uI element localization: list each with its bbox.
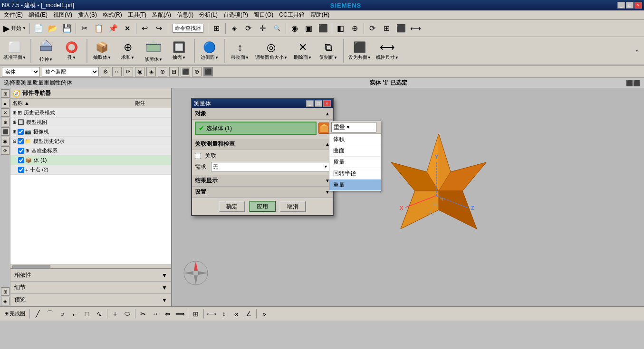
nav-item-camera[interactable]: ⊕ 📷 摄像机 (10, 127, 171, 137)
sel-btn10[interactable]: ⬛ (203, 67, 213, 76)
nav-item-model-history[interactable]: ⊖ 📁 模型历史记录 (10, 137, 171, 146)
start-button[interactable]: ▶开始▼ (2, 22, 28, 35)
dropdown-item-weight[interactable]: 重量 (329, 179, 381, 191)
feat-datum[interactable]: ⬜ 基准平面▼ (2, 38, 28, 64)
tb-btn9[interactable]: ✛ (256, 22, 269, 35)
menu-analysis[interactable]: 分析(L) (196, 10, 221, 19)
feat-shell[interactable]: 🔲 抽壳▼ (167, 38, 191, 64)
bt-finish-btn[interactable]: ⊞ 完成图 (2, 308, 28, 320)
close-button[interactable]: × (634, 2, 642, 9)
minimize-button[interactable]: _ (617, 2, 625, 9)
feat-trim[interactable]: 修剪体▼ (142, 38, 165, 64)
dialog-apply-btn[interactable]: 应用 (249, 201, 276, 212)
feat-hole[interactable]: ⭕ 孔▼ (60, 38, 84, 64)
feat-edge-blend[interactable]: 🔵 边倒圆▼ (198, 38, 221, 64)
nav-camera-check[interactable] (18, 129, 24, 135)
assembly-filter-select[interactable]: 整个装配 (42, 67, 99, 76)
delete-button[interactable]: ✕ (121, 22, 134, 35)
feat-resize-blend[interactable]: ◎ 调整圆角大小▼ (254, 38, 289, 64)
dialog-close-btn[interactable]: × (323, 100, 331, 107)
feat-move-face[interactable]: ↕ 移动面▼ (228, 38, 252, 64)
bt-dim3-btn[interactable]: ⌀ (231, 308, 242, 320)
nav-scroll-thumb[interactable] (12, 265, 50, 268)
bt-extend-btn[interactable]: ↔ (150, 308, 161, 320)
filter-select[interactable]: 实体 (2, 67, 40, 76)
nav-body-check[interactable] (18, 157, 24, 163)
nav-item-history[interactable]: ⊕ ⊞ 历史记录模式 (10, 108, 171, 118)
nav-item-datum[interactable]: ⊕ 基准坐标系 (10, 146, 171, 156)
tb-btn17[interactable]: ⊞ (380, 22, 394, 35)
panel-preview[interactable]: 预览 ▼ (10, 294, 171, 306)
panel-dependencies[interactable]: 相依性 ▼ (10, 269, 171, 282)
tb-btn19[interactable]: ⟷ (409, 22, 423, 35)
tb-btn13[interactable]: ⬛ (317, 22, 330, 35)
dropdown-item-radius[interactable]: 回转半径 (329, 168, 381, 179)
bt-rect-btn[interactable]: □ (81, 308, 93, 320)
feat-extrude[interactable]: 拉伸▼ (34, 38, 58, 64)
open-button[interactable]: 📂 (46, 22, 59, 35)
dialog-section-result[interactable]: 结果显示 ▼ (192, 175, 333, 187)
sel-btn5[interactable]: ◈ (146, 67, 156, 76)
menu-format[interactable]: 格式(R) (100, 10, 125, 19)
bt-array-btn[interactable]: ⊞ (190, 308, 202, 320)
bt-ellipse-btn[interactable]: ⬭ (122, 308, 133, 320)
tb-btn11[interactable]: ◉ (288, 22, 301, 35)
restore-button[interactable]: □ (626, 2, 634, 9)
sidebar-btn8[interactable]: ⊞ (1, 287, 10, 296)
sel-btn3[interactable]: ⟳ (124, 67, 133, 76)
nav-item-model-view[interactable]: ⊕ 🔲 模型视图 (10, 118, 171, 127)
bt-dim4-btn[interactable]: ∠ (243, 308, 254, 320)
menu-window[interactable]: 窗口(O) (251, 10, 276, 19)
feat-extract[interactable]: 📦 抽取体▼ (90, 38, 114, 64)
tb-btn12[interactable]: ▣ (302, 22, 316, 35)
bt-trim-btn[interactable]: ✂ (137, 308, 149, 320)
dropdown-item-mass[interactable]: 质量 (329, 157, 381, 168)
nav-item-body[interactable]: 📦 体 (1) (10, 156, 171, 165)
sidebar-btn2[interactable]: ▲ (1, 99, 10, 107)
bt-curve-btn[interactable]: ∿ (94, 308, 105, 320)
tb-btn18[interactable]: ⬛ (394, 22, 408, 35)
nav-point-check[interactable] (18, 167, 24, 173)
sel-btn8[interactable]: ⬛ (181, 67, 190, 76)
assoc-checkbox[interactable] (195, 153, 201, 159)
bt-line-btn[interactable]: ╱ (32, 308, 43, 320)
sidebar-btn1[interactable]: ⊞ (1, 89, 10, 98)
bt-circle-btn[interactable]: ○ (57, 308, 68, 320)
dropdown-item-surface[interactable]: 曲面 (329, 145, 381, 157)
menu-edit[interactable]: 编辑(E) (26, 10, 50, 19)
tb-btn16[interactable]: ⟳ (366, 22, 379, 35)
tb-btn15[interactable]: ⊕ (348, 22, 362, 35)
dialog-ok-btn[interactable]: 确定 (219, 201, 245, 212)
need-dropdown[interactable]: 无 ▼ (211, 162, 330, 171)
dialog-cancel-btn[interactable]: 取消 (279, 201, 306, 212)
tb-btn10[interactable]: 🔍 (270, 22, 284, 35)
nav-item-point[interactable]: + 十点 (2) (10, 165, 171, 175)
menu-info[interactable]: 信息(I) (174, 10, 196, 19)
sidebar-btn4[interactable]: ⊕ (1, 118, 10, 126)
command-finder-button[interactable]: 命令查找器 (170, 22, 206, 35)
menu-cctoolbox[interactable]: CC工具箱 (276, 10, 307, 19)
sidebar-btn3[interactable]: ✕ (1, 108, 10, 117)
menu-tools[interactable]: 工具(T) (125, 10, 149, 19)
bt-dim2-btn[interactable]: ↕ (218, 308, 230, 320)
sel-btn6[interactable]: ⊕ (158, 67, 167, 76)
feat-make-coplanar[interactable]: ⬛ 设为共面▼ (347, 38, 373, 64)
tb-btn7[interactable]: ◈ (228, 22, 241, 35)
object-selector[interactable]: ✔ 选择体 (1) (195, 122, 317, 135)
paste-button[interactable]: 📌 (106, 22, 120, 35)
feat-copy-face[interactable]: ⧉ 复制面▼ (317, 38, 340, 64)
sel-btn4[interactable]: ◉ (135, 67, 144, 76)
viewport[interactable]: Y Z X Yp Xp Zp =0.068964 N 测量体 _ □ × 对象 … (172, 88, 644, 306)
dropdown-item-volume[interactable]: 体积 (329, 134, 381, 145)
feat-more-button[interactable]: » (633, 38, 642, 64)
cut-button[interactable]: ✂ (78, 22, 91, 35)
tb-btn8[interactable]: ⟳ (242, 22, 255, 35)
bt-dim1-btn[interactable]: ⟷ (206, 308, 217, 320)
feat-unite[interactable]: ⊕ 求和▼ (116, 38, 140, 64)
panel-details[interactable]: 细节 ▼ (10, 282, 171, 294)
dialog-section-settings[interactable]: 设置 ▼ (192, 187, 333, 198)
dialog-min-btn[interactable]: _ (306, 100, 314, 107)
tb-btn14[interactable]: ◧ (334, 22, 347, 35)
sel-btn2[interactable]: ↔ (112, 67, 122, 76)
snap-button[interactable]: ⊞ (210, 22, 223, 35)
